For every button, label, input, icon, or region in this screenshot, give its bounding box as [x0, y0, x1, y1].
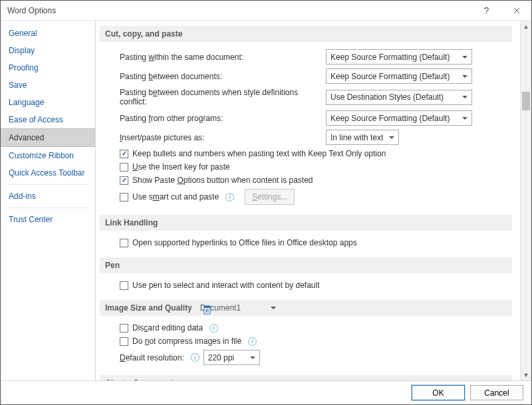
pasting-other-label: Pasting from other programs: — [120, 114, 319, 123]
sidebar-item-label: Save — [9, 80, 27, 90]
section-title: Pen — [105, 261, 120, 270]
no-compress-label: Do not compress images in file — [132, 337, 241, 346]
sidebar-item-label: Ease of Access — [9, 115, 63, 124]
cancel-button[interactable]: Cancel — [470, 385, 523, 400]
dropdown-value: Document1 — [134, 378, 174, 380]
sidebar-item-label: General — [9, 29, 37, 38]
sidebar-item-label: Advanced — [9, 133, 44, 142]
button-label: OK — [432, 388, 444, 398]
sidebar-item-label: Language — [9, 98, 44, 107]
dropdown-value: Keep Source Formatting (Default) — [331, 53, 450, 62]
dropdown-value: Document1 — [200, 303, 241, 313]
pasting-conflict-label: Pasting between documents when style def… — [120, 88, 319, 106]
section-link-handling: Link Handling — [100, 215, 512, 231]
word-options-window: Word Options ? General Display Proofing … — [0, 0, 532, 405]
sidebar-item-label: Trust Center — [9, 215, 53, 224]
sidebar-item-proofing[interactable]: Proofing — [1, 59, 95, 76]
dropdown-value: In line with text — [331, 133, 383, 142]
insert-paste-dropdown[interactable]: In line with text — [326, 130, 399, 145]
dropdown-value: 220 ppi — [208, 353, 234, 362]
show-paste-options-label: Show Paste Options button when content i… — [132, 176, 313, 185]
sidebar-item-label: Display — [9, 46, 35, 55]
section-chart: Chart Document1 — [100, 375, 512, 380]
open-hyperlinks-checkbox[interactable] — [120, 239, 128, 247]
keep-bullets-label: Keep bullets and numbers when pasting te… — [132, 149, 386, 158]
sidebar-item-advanced[interactable]: Advanced — [1, 128, 95, 147]
sidebar-item-label: Add-ins — [9, 192, 36, 201]
chart-document-dropdown[interactable]: Document1 — [134, 378, 213, 380]
sidebar-item-trust-center[interactable]: Trust Center — [1, 211, 95, 228]
sidebar-separator — [7, 207, 88, 208]
section-image-quality: Image Size and Quality Document1 — [100, 300, 512, 316]
section-cut-copy-paste: Cut, copy, and paste — [100, 26, 512, 42]
sidebar-separator — [7, 184, 88, 185]
section-title: Image Size and Quality — [105, 303, 192, 313]
sidebar-item-label: Proofing — [9, 63, 39, 72]
scroll-up-arrow[interactable]: ▲ — [521, 21, 531, 32]
pasting-within-dropdown[interactable]: Keep Source Formatting (Default) — [326, 49, 472, 65]
smart-cut-label: Use smart cut and paste — [132, 192, 219, 202]
sidebar-item-label: Customize Ribbon — [9, 151, 74, 160]
info-icon[interactable] — [225, 193, 234, 202]
close-icon — [513, 7, 520, 14]
help-button[interactable]: ? — [471, 1, 501, 21]
keep-bullets-checkbox[interactable] — [120, 150, 128, 158]
section-title: Cut, copy, and paste — [105, 29, 182, 39]
open-hyperlinks-label: Open supported hyperlinks to Office file… — [132, 238, 357, 247]
vertical-scrollbar[interactable]: ▲ ▼ — [520, 21, 531, 380]
pasting-conflict-dropdown[interactable]: Use Destination Styles (Default) — [326, 90, 472, 105]
use-insert-key-label: Use the Insert key for paste — [132, 162, 230, 172]
discard-editing-label: Discard editing data — [132, 323, 203, 333]
section-title: Link Handling — [105, 218, 158, 227]
info-icon[interactable] — [248, 337, 257, 346]
sidebar-item-customize-ribbon[interactable]: Customize Ribbon — [1, 147, 95, 164]
pasting-between-label: Pasting between documents: — [120, 72, 319, 81]
sidebar-item-display[interactable]: Display — [1, 42, 95, 59]
default-resolution-label: Default resolution: — [120, 353, 184, 362]
section-pen: Pen — [100, 257, 512, 273]
sidebar-item-general[interactable]: General — [1, 25, 95, 42]
dropdown-value: Keep Source Formatting (Default) — [331, 72, 450, 81]
use-insert-key-checkbox[interactable] — [120, 163, 128, 172]
section-title: Chart — [105, 378, 126, 380]
content-pane: Cut, copy, and paste Pasting within the … — [96, 21, 520, 380]
scroll-thumb[interactable] — [522, 92, 530, 110]
pasting-other-dropdown[interactable]: Keep Source Formatting (Default) — [326, 110, 472, 126]
insert-paste-label: Insert/paste pictures as: — [120, 133, 319, 142]
sidebar-item-ease-of-access[interactable]: Ease of Access — [1, 111, 95, 128]
sidebar-item-label: Quick Access Toolbar — [9, 168, 85, 178]
show-paste-options-checkbox[interactable] — [120, 176, 128, 185]
info-icon[interactable] — [191, 353, 200, 362]
image-quality-document-dropdown[interactable]: Document1 — [200, 303, 280, 313]
scroll-down-arrow[interactable]: ▼ — [521, 369, 531, 380]
default-resolution-dropdown[interactable]: 220 ppi — [203, 350, 260, 365]
discard-editing-checkbox[interactable] — [120, 324, 128, 333]
dialog-footer: OK Cancel — [1, 380, 531, 404]
pasting-between-dropdown[interactable]: Keep Source Formatting (Default) — [326, 68, 472, 84]
pasting-within-label: Pasting within the same document: — [120, 53, 319, 62]
dropdown-value: Keep Source Formatting (Default) — [331, 114, 450, 123]
sidebar: General Display Proofing Save Language E… — [1, 21, 96, 380]
no-compress-checkbox[interactable] — [120, 337, 128, 346]
sidebar-item-save[interactable]: Save — [1, 76, 95, 94]
window-title: Word Options — [1, 6, 56, 15]
button-label: Cancel — [484, 388, 509, 398]
close-button[interactable] — [501, 1, 531, 21]
titlebar: Word Options ? — [1, 1, 531, 21]
dropdown-value: Use Destination Styles (Default) — [331, 92, 444, 102]
smart-cut-checkbox[interactable] — [120, 193, 128, 202]
use-pen-checkbox[interactable] — [120, 281, 128, 290]
smart-cut-settings-button: Settings... — [245, 189, 295, 205]
ok-button[interactable]: OK — [412, 385, 465, 400]
use-pen-label: Use pen to select and interact with cont… — [132, 281, 320, 290]
sidebar-item-quick-access-toolbar[interactable]: Quick Access Toolbar — [1, 164, 95, 182]
info-icon[interactable] — [209, 324, 218, 333]
sidebar-item-add-ins[interactable]: Add-ins — [1, 188, 95, 205]
sidebar-item-language[interactable]: Language — [1, 94, 95, 111]
